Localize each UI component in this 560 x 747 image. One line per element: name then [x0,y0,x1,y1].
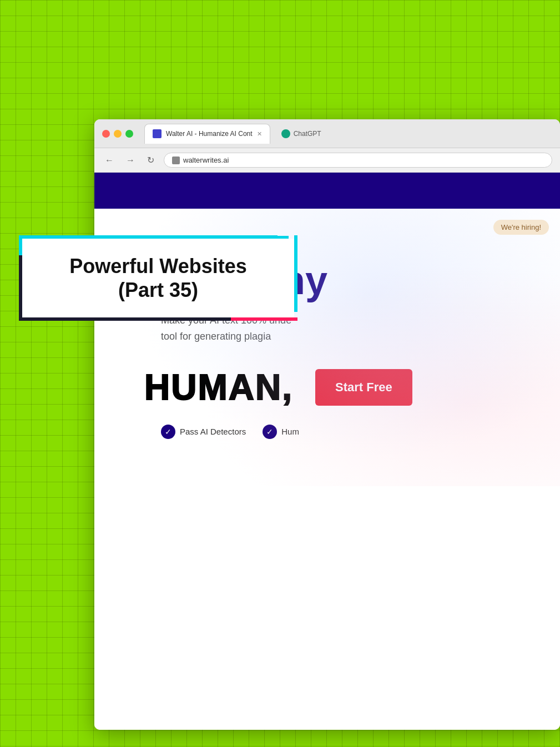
features-row: ✓ Pass AI Detectors ✓ Hum [161,425,538,439]
browser-window: Walter AI - Humanize AI Cont ✕ ChatGPT ←… [94,119,560,730]
check-icon-hum: ✓ [263,425,277,439]
border-cyan-top [19,235,278,239]
tab-close-icon[interactable]: ✕ [257,130,262,138]
tab-walter[interactable]: Walter AI - Humanize AI Cont ✕ [144,124,270,144]
traffic-light-fullscreen[interactable] [125,130,133,138]
title-line2: (Part 35) [50,278,266,302]
feature-badge-hum: ✓ Hum [263,425,299,439]
nav-refresh-button[interactable]: ↻ [144,154,157,166]
title-card-wrapper: Powerful Websites (Part 35) [22,239,294,317]
site-nav-banner [94,173,560,209]
nav-back-button[interactable]: ← [102,154,117,166]
hiring-badge: We're hiring! [493,220,549,235]
border-cyan-right [294,235,297,312]
tab-chatgpt-label: ChatGPT [294,130,321,138]
hero-sub-line2: tool for generating plagia [161,329,427,345]
feature-label-hum: Hum [281,427,299,436]
cta-row: HUMAN, Start Free [144,367,538,408]
title-card: Powerful Websites (Part 35) [22,239,294,317]
title-line1: Powerful Websites [50,254,266,278]
check-icon-ai: ✓ [161,425,175,439]
address-bar[interactable]: walterwrites.ai [164,153,552,168]
border-dark-left-bottom [19,255,22,321]
tab-walter-label: Walter AI - Humanize AI Cont [166,130,253,138]
site-security-icon [172,157,180,164]
tab-chatgpt-favicon [281,129,290,138]
feature-badge-ai-detectors: ✓ Pass AI Detectors [161,425,246,439]
nav-forward-button[interactable]: → [123,154,138,166]
border-pink-bottom-right [231,317,297,321]
feature-label-ai-detectors: Pass AI Detectors [180,427,246,436]
title-card-text: Powerful Websites (Part 35) [50,254,266,302]
browser-addressbar: ← → ↻ walterwrites.ai [94,148,560,173]
tab-walter-favicon [153,129,162,138]
start-free-button[interactable]: Start Free [315,369,412,406]
traffic-lights [102,130,133,138]
tab-bar: Walter AI - Humanize AI Cont ✕ ChatGPT [144,124,552,144]
tab-chatgpt[interactable]: ChatGPT [274,124,329,144]
address-url: walterwrites.ai [183,156,229,164]
human-text: HUMAN, [144,367,293,408]
traffic-light-minimize[interactable] [114,130,122,138]
traffic-light-close[interactable] [102,130,110,138]
browser-titlebar: Walter AI - Humanize AI Cont ✕ ChatGPT [94,119,560,148]
